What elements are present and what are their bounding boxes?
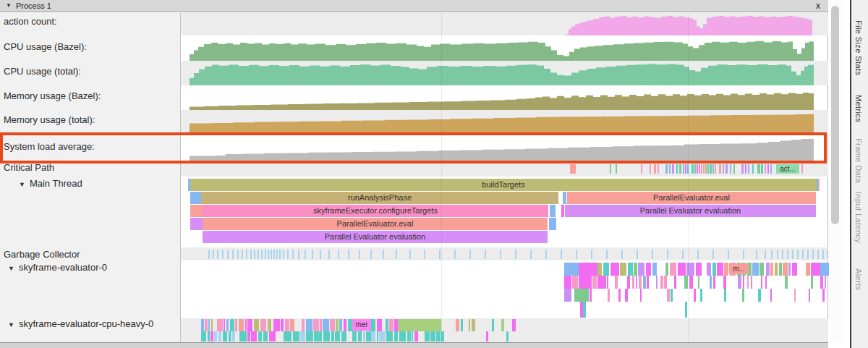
counter-chart-cpu-usage-bazel[interactable]	[181, 35, 828, 61]
trace-event-block[interactable]	[371, 331, 375, 341]
gc-event[interactable]	[812, 250, 814, 259]
trace-event-block[interactable]	[574, 289, 589, 302]
gc-event[interactable]	[469, 250, 471, 259]
trace-event-block[interactable]	[377, 331, 378, 341]
horizontal-scrollbar[interactable]	[0, 342, 828, 348]
trace-event-block[interactable]	[724, 263, 728, 276]
gc-event[interactable]	[273, 250, 275, 259]
trace-event-block[interactable]	[592, 276, 597, 289]
gc-event[interactable]	[454, 250, 456, 259]
gc-event[interactable]	[637, 250, 638, 259]
trace-event-block[interactable]	[779, 263, 782, 276]
tab-frame-data[interactable]: Frame Data	[854, 138, 863, 183]
counter-chart-action-count[interactable]	[181, 13, 828, 35]
trace-event-block[interactable]	[634, 263, 637, 276]
critical-path-event[interactable]	[650, 164, 651, 174]
trace-event-block[interactable]	[254, 319, 259, 331]
gc-event[interactable]	[576, 250, 577, 259]
trace-event-block[interactable]	[785, 276, 788, 289]
critical-path-event[interactable]	[741, 164, 744, 174]
trace-event-block[interactable]	[646, 263, 651, 276]
trace-event-block[interactable]	[809, 289, 810, 302]
critical-path-event[interactable]	[723, 164, 724, 174]
gc-event[interactable]	[328, 250, 330, 259]
gc-event[interactable]	[279, 250, 281, 259]
gc-event[interactable]	[697, 250, 699, 259]
gc-event[interactable]	[265, 250, 266, 259]
trace-event-block[interactable]	[660, 276, 663, 289]
trace-event-block[interactable]	[766, 263, 770, 276]
trace-event-block[interactable]	[610, 263, 619, 276]
critical-path-event[interactable]	[665, 164, 668, 174]
trace-event-block[interactable]	[260, 319, 266, 331]
tab-alerts[interactable]: Alerts	[854, 268, 863, 291]
trace-event-block[interactable]	[224, 319, 225, 331]
trace-event-block[interactable]	[698, 276, 699, 289]
critical-path-event[interactable]	[610, 164, 611, 174]
trace-event-block[interactable]	[386, 331, 393, 341]
trace-event-block[interactable]	[285, 319, 289, 331]
critical-path-event[interactable]	[712, 164, 714, 174]
gc-event[interactable]	[217, 250, 218, 259]
thread-slice-parallelevaluator-eval[interactable]: ParallelEvaluator.eval	[567, 192, 816, 204]
thread-slice-skyframeexecutor-configuretargets[interactable]: skyframeExecutor.configureTargets	[203, 205, 548, 217]
thread-slice[interactable]	[190, 205, 203, 217]
trace-event-block[interactable]	[268, 319, 271, 331]
trace-event-block[interactable]	[583, 302, 586, 318]
gc-event[interactable]	[682, 250, 684, 259]
trace-event-block[interactable]	[412, 331, 413, 341]
trace-event-block[interactable]	[394, 331, 398, 341]
trace-event-block[interactable]	[344, 319, 346, 331]
trace-event-block[interactable]	[306, 331, 313, 341]
critical-path-event[interactable]	[683, 164, 684, 174]
trace-event-block[interactable]	[625, 289, 628, 302]
gc-event[interactable]	[424, 250, 425, 259]
gc-event[interactable]	[782, 250, 783, 259]
trace-event-block[interactable]	[652, 263, 657, 276]
gc-event[interactable]	[232, 250, 234, 259]
trace-event-block[interactable]	[226, 319, 229, 331]
trace-event-block[interactable]	[788, 263, 791, 276]
trace-event-block[interactable]	[608, 289, 610, 302]
trace-event-block[interactable]	[743, 276, 744, 289]
gc-event[interactable]	[222, 250, 224, 259]
gc-event[interactable]	[771, 250, 773, 259]
trace-event-block[interactable]	[758, 289, 761, 302]
trace-event-block[interactable]	[628, 263, 633, 276]
trace-event-block[interactable]	[825, 276, 826, 289]
trace-event-block[interactable]	[792, 263, 797, 276]
trace-event-block[interactable]	[638, 263, 644, 276]
thread-slice[interactable]	[190, 192, 201, 204]
critical-path-event[interactable]	[705, 164, 707, 174]
trace-event-block[interactable]	[377, 319, 382, 331]
gc-event[interactable]	[276, 250, 278, 259]
critical-path-event[interactable]	[658, 164, 659, 174]
trace-event-block[interactable]	[251, 331, 257, 341]
trace-event-block[interactable]	[752, 263, 759, 276]
gc-event[interactable]	[250, 250, 252, 259]
trace-event-block[interactable]	[286, 331, 292, 341]
critical-path-event[interactable]	[707, 164, 709, 174]
trace-event-block[interactable]	[618, 289, 621, 302]
trace-event-block[interactable]	[230, 319, 234, 331]
trace-event-block[interactable]	[664, 276, 667, 289]
trace-event-block[interactable]	[656, 276, 658, 289]
trace-event-block[interactable]	[486, 331, 488, 341]
critical-path-event[interactable]	[715, 164, 716, 174]
gc-event[interactable]	[338, 250, 339, 259]
gc-event[interactable]	[312, 250, 313, 259]
critical-path-event[interactable]	[719, 164, 721, 174]
trace-event-block[interactable]	[696, 263, 702, 276]
trace-event-block[interactable]	[414, 331, 418, 341]
trace-event-block[interactable]	[564, 289, 571, 302]
gc-event[interactable]	[383, 250, 384, 259]
trace-event-block[interactable]	[461, 319, 463, 331]
gc-event[interactable]	[348, 250, 349, 259]
gc-event[interactable]	[530, 250, 532, 259]
trace-event-block[interactable]	[738, 276, 741, 289]
critical-path-event[interactable]	[701, 164, 702, 174]
trace-event-block[interactable]	[247, 331, 250, 341]
trace-event-block[interactable]	[217, 319, 223, 331]
critical-path-event[interactable]	[616, 164, 617, 174]
timeline-area[interactable]: buildTargetsrunAnalysisPhaseParallelEval…	[0, 0, 828, 348]
